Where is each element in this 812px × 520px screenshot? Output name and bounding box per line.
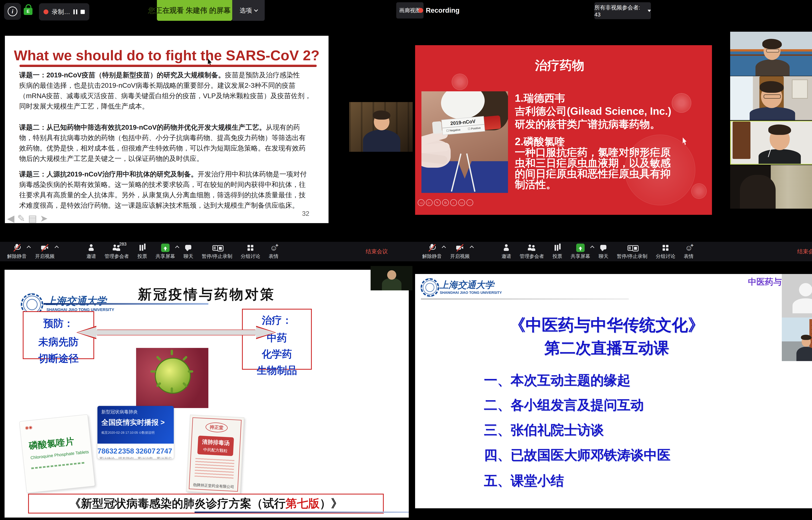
mic-icon bbox=[428, 243, 436, 252]
paragraph-lead: 课题一：2019-nCoV疫苗（特别是新型疫苗）的研究及大规模制备。 bbox=[19, 71, 225, 79]
course-subtitle: 第二次直播互动课 bbox=[440, 338, 774, 359]
text-line: 往要求具有高质量的全人抗体库。另外，从康复病人分离血细胞，筛选得到的抗体质量最佳… bbox=[19, 190, 325, 200]
meeting-info-button[interactable]: i bbox=[4, 3, 21, 20]
person-body bbox=[363, 130, 400, 152]
breakout-rooms-button[interactable]: 分组讨论 bbox=[241, 243, 260, 260]
shared-slide-treatment-drugs: 治疗药物 2019-nCoV ☐ Negative ☐ bbox=[415, 45, 712, 215]
video-thumbnail-participant-1[interactable] bbox=[730, 32, 812, 76]
toolbar-item-label: 解除静音 bbox=[7, 253, 27, 260]
prevention-item: 未病先防 bbox=[24, 335, 93, 349]
slideshow-nav-icons[interactable]: ◀✎▤➤ bbox=[7, 213, 51, 224]
invite-button[interactable]: 邀请 bbox=[502, 243, 511, 260]
toolbar-item-label: 共享屏幕 bbox=[571, 253, 590, 260]
polls-icon bbox=[553, 243, 562, 252]
chat-icon bbox=[599, 243, 608, 252]
stat-value: 78632 bbox=[97, 447, 117, 455]
share-icon bbox=[576, 243, 585, 252]
video-thumbnail-participant-4[interactable] bbox=[730, 165, 812, 209]
encryption-lock-icon: E bbox=[24, 8, 32, 15]
video-thumbnail-outdoor[interactable] bbox=[782, 317, 812, 361]
video-thumbnail-avatar[interactable] bbox=[782, 274, 812, 317]
text-line: 吉利德公司(Gilead Science, Inc.) bbox=[515, 105, 671, 118]
toolbar-item-label: 投票 bbox=[553, 253, 562, 260]
slides-icon[interactable]: ⧉ bbox=[442, 199, 449, 206]
video-thumbnail-active-speaker[interactable] bbox=[730, 121, 812, 165]
pause-stop-recording-button[interactable]: 暂停/停止录制 bbox=[202, 243, 232, 260]
invite-button[interactable]: 邀请 bbox=[86, 243, 96, 260]
slash-icon bbox=[456, 244, 464, 252]
next-icon[interactable]: ▷ bbox=[426, 199, 432, 206]
manage-participants-button[interactable]: 283管理参会者 bbox=[105, 243, 129, 260]
pause-recording-icon[interactable] bbox=[74, 9, 77, 14]
options-button[interactable]: 选项 bbox=[232, 0, 265, 21]
share-screen-button[interactable]: 共享屏幕 bbox=[156, 243, 175, 260]
breakout-rooms-button[interactable]: 分组讨论 bbox=[656, 243, 675, 260]
video-thumbnail-corner[interactable] bbox=[371, 266, 413, 290]
zoom-icon[interactable]: ⌕ bbox=[450, 199, 457, 206]
person-silhouette bbox=[740, 175, 776, 209]
chevron-up-icon[interactable] bbox=[590, 245, 594, 250]
tube-positive-checkbox: ☐ Positive bbox=[468, 126, 481, 131]
chevron-up-icon[interactable] bbox=[27, 245, 31, 250]
person-head bbox=[387, 270, 396, 280]
sjtu-logo-cn: 上海交通大学 bbox=[440, 279, 494, 291]
end-meeting-button[interactable]: 结束会议 bbox=[366, 248, 388, 255]
zoom-toolbar-left: 解除静音开启视频邀请283管理参会者投票共享屏幕聊天暂停/停止录制分组讨论表情结… bbox=[0, 242, 415, 261]
video-thumbnail-participant-2[interactable] bbox=[730, 76, 812, 120]
reactions-button[interactable]: 表情 bbox=[684, 243, 694, 260]
prev-icon[interactable]: ◁ bbox=[418, 199, 424, 206]
polls-button[interactable]: 投票 bbox=[137, 243, 147, 260]
paragraph-lead: 课题三：人源抗2019-nCoV治疗用中和抗体的研究及制备。 bbox=[19, 170, 198, 178]
treatment-plan-banner: 《新型冠状病毒感染的肺炎诊疗方案（试行第七版）》 bbox=[28, 494, 384, 514]
tube-blood bbox=[483, 115, 501, 130]
banner-text: 您正在观看 朱建伟 的屏幕 bbox=[148, 6, 231, 15]
stop-recording-icon[interactable] bbox=[81, 10, 85, 14]
share-screen-button[interactable]: 共享屏幕 bbox=[571, 243, 590, 260]
toolbar-item-label: 聊天 bbox=[184, 253, 193, 260]
stat-item: 2358现有疑似 bbox=[117, 447, 136, 459]
screen-icon[interactable]: ▭ bbox=[458, 199, 465, 206]
toolbar-item-label: 暂停/停止录制 bbox=[202, 253, 232, 260]
text-line: （mRNA疫苗、减毒或灭活疫苗、病毒关键蛋白组分的疫苗，VLP及纳米颗粒疫苗）及… bbox=[19, 91, 325, 101]
more-icon[interactable]: ⋯ bbox=[467, 199, 473, 206]
polls-button[interactable]: 投票 bbox=[553, 243, 562, 260]
manage-participants-button[interactable]: 管理参会者 bbox=[520, 243, 544, 260]
pen-icon[interactable]: ✎ bbox=[434, 199, 441, 206]
triangle-down-icon bbox=[648, 10, 651, 14]
text-line: 病毒感染疾病的长期有效策略。这一策略的技术要求较高，可在较短的时间内获得中和抗体… bbox=[19, 179, 325, 190]
slideshow-nav-buttons[interactable]: ◁▷✎⧉⌕▭⋯ bbox=[418, 199, 473, 206]
start-video-button[interactable]: 开启视频 bbox=[35, 243, 55, 260]
unmute-button[interactable]: 解除静音 bbox=[422, 243, 442, 260]
chevron-up-icon[interactable] bbox=[470, 245, 474, 250]
epidemic-card: 新型冠状病毒肺炎 全国疫情实时播报 > 截至2020-02-28 17:10:0… bbox=[97, 406, 174, 459]
non-video-participants-pill[interactable]: 所有非视频参会者: 43 bbox=[594, 2, 651, 19]
chevron-up-icon[interactable] bbox=[55, 245, 59, 250]
end-meeting-button[interactable]: 结束会议 bbox=[797, 248, 812, 255]
start-video-button[interactable]: 开启视频 bbox=[450, 243, 470, 260]
text-line: 2.磷酸氯喹 bbox=[515, 136, 671, 147]
count-badge: 283 bbox=[119, 242, 127, 247]
treatment-item: 化学药 bbox=[243, 347, 311, 361]
course-title: 《中医药与中华传统文化》 bbox=[440, 314, 774, 336]
wall-scroll bbox=[792, 79, 808, 99]
paragraph-tail: 开发治疗用中和抗体药物是一项对付 bbox=[198, 170, 307, 178]
window-light bbox=[730, 76, 753, 120]
slash-icon bbox=[41, 244, 49, 252]
recpause-icon bbox=[628, 243, 636, 252]
pause-stop-recording-button[interactable]: 暂停/停止录制 bbox=[617, 243, 647, 260]
toolbar-item-label: 管理参会者 bbox=[520, 253, 544, 260]
chat-button[interactable]: 聊天 bbox=[184, 243, 193, 260]
stat-label: 现有疑似 bbox=[117, 456, 136, 459]
stat-label: 累计确诊 bbox=[97, 456, 117, 459]
shared-slide-tcm-culture: 上海交通大学 SHANGHAI JIAO TONG UNIVERSITY 中医药… bbox=[415, 274, 812, 508]
person-body bbox=[759, 149, 801, 164]
shared-slide-drug-countermeasures: 上海交通大学 SHANGHAI JIAO TONG UNIVERSITY 新冠疫… bbox=[4, 270, 409, 518]
unmute-button[interactable]: 解除静音 bbox=[7, 243, 27, 260]
chloroquine-box-image: ◉◉ 磷酸氯喹片 Chloroquine Phosphate Tablets bbox=[19, 414, 95, 493]
video-thumbnail-speaker[interactable] bbox=[349, 102, 413, 152]
chevron-up-icon[interactable] bbox=[442, 245, 446, 250]
chat-button[interactable]: 聊天 bbox=[598, 243, 608, 260]
toolbar-item-label: 邀请 bbox=[502, 253, 511, 260]
reactions-button[interactable]: 表情 bbox=[269, 243, 278, 260]
chevron-up-icon[interactable] bbox=[175, 245, 179, 250]
